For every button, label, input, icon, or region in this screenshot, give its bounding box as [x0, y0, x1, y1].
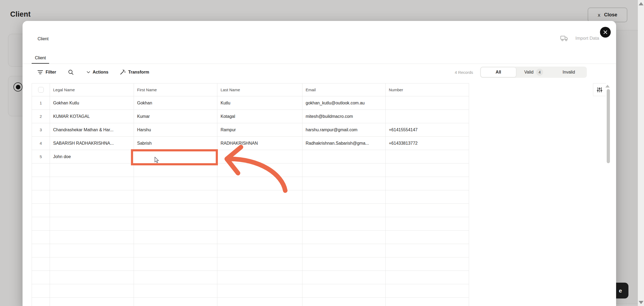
- column-header-last-name[interactable]: Last Name: [217, 83, 302, 96]
- column-header-number[interactable]: Number: [386, 83, 469, 96]
- select-all-checkbox[interactable]: [38, 87, 44, 93]
- table-cell[interactable]: [134, 204, 217, 217]
- table-cell[interactable]: [302, 244, 386, 257]
- actions-button[interactable]: Actions: [87, 70, 108, 75]
- table-cell[interactable]: Sabrish: [134, 137, 217, 150]
- table-cell[interactable]: mitesh@buildmacro.com: [302, 110, 386, 123]
- search-button[interactable]: [68, 69, 74, 75]
- radio-selected-icon[interactable]: [13, 82, 23, 92]
- segment-invalid[interactable]: Invalid: [551, 67, 586, 77]
- table-cell[interactable]: [134, 244, 217, 257]
- transform-button[interactable]: Transform: [120, 69, 149, 75]
- table-cell[interactable]: SABARISH RADHAKRISHNA...: [50, 137, 134, 150]
- table-cell[interactable]: [50, 271, 134, 284]
- table-cell[interactable]: [302, 190, 386, 204]
- table-cell[interactable]: KUMAR KOTAGAL: [50, 110, 134, 123]
- table-cell[interactable]: Kutlu: [217, 96, 302, 110]
- column-header-email[interactable]: Email: [302, 83, 386, 96]
- page-close-button[interactable]: x Close: [588, 8, 627, 22]
- table-cell[interactable]: [386, 284, 469, 298]
- table-cell[interactable]: [50, 177, 134, 190]
- table-cell[interactable]: [134, 257, 217, 271]
- table-cell[interactable]: [386, 163, 469, 177]
- table-cell[interactable]: [50, 204, 134, 217]
- tab-client[interactable]: Client: [32, 53, 49, 64]
- column-settings-button[interactable]: [593, 83, 606, 96]
- table-cell[interactable]: [302, 257, 386, 271]
- table-cell[interactable]: [302, 163, 386, 177]
- table-cell[interactable]: [302, 271, 386, 284]
- table-cell[interactable]: [217, 190, 302, 204]
- table-cell[interactable]: [386, 190, 469, 204]
- table-cell[interactable]: [50, 190, 134, 204]
- table-cell[interactable]: [134, 177, 217, 190]
- table-cell[interactable]: [386, 217, 469, 231]
- table-cell[interactable]: [217, 204, 302, 217]
- segment-valid[interactable]: Valid 4: [516, 67, 551, 77]
- table-cell[interactable]: Kumar: [134, 110, 217, 123]
- table-cell[interactable]: [217, 244, 302, 257]
- table-cell[interactable]: harshu.rampur@gmail.com: [302, 123, 386, 137]
- table-scrollbar-thumb[interactable]: [607, 89, 610, 163]
- table-cell[interactable]: Harshu: [134, 123, 217, 137]
- import-data-button[interactable]: Import Data: [575, 36, 599, 41]
- table-cell[interactable]: [217, 231, 302, 244]
- table-cell[interactable]: [302, 204, 386, 217]
- table-cell[interactable]: [302, 177, 386, 190]
- table-cell[interactable]: [386, 177, 469, 190]
- table-cell[interactable]: [50, 163, 134, 177]
- scroll-down-arrow-icon[interactable]: [639, 301, 643, 304]
- table-cell[interactable]: [386, 110, 469, 123]
- table-cell[interactable]: [134, 163, 217, 177]
- table-cell[interactable]: Gokhan Kutlu: [50, 96, 134, 110]
- table-cell[interactable]: [134, 271, 217, 284]
- table-cell[interactable]: [50, 298, 134, 306]
- table-cell[interactable]: [134, 231, 217, 244]
- table-cell[interactable]: [217, 257, 302, 271]
- table-cell[interactable]: [134, 217, 217, 231]
- column-header-first-name[interactable]: First Name: [134, 83, 217, 96]
- table-cell[interactable]: [217, 298, 302, 306]
- table-cell[interactable]: [386, 150, 469, 163]
- table-cell[interactable]: [386, 204, 469, 217]
- table-cell[interactable]: [134, 190, 217, 204]
- table-cell[interactable]: [217, 163, 302, 177]
- table-cell[interactable]: [50, 284, 134, 298]
- table-cell[interactable]: [217, 177, 302, 190]
- table-cell[interactable]: [50, 217, 134, 231]
- table-cell[interactable]: [217, 217, 302, 231]
- table-cell[interactable]: Kotagal: [217, 110, 302, 123]
- table-cell[interactable]: Chandrashekar Mathan & Har...: [50, 123, 134, 137]
- table-cell[interactable]: John doe: [50, 150, 134, 163]
- table-cell[interactable]: Radhakrishnan.Sabarish@gma...: [302, 137, 386, 150]
- table-cell[interactable]: +61433813772: [386, 137, 469, 150]
- filter-button[interactable]: Filter: [38, 70, 56, 75]
- table-cell[interactable]: [50, 244, 134, 257]
- segment-all[interactable]: All: [481, 67, 516, 77]
- table-cell[interactable]: [50, 231, 134, 244]
- table-cell[interactable]: [386, 257, 469, 271]
- table-cell[interactable]: [386, 271, 469, 284]
- table-cell[interactable]: [302, 231, 386, 244]
- table-cell[interactable]: +61415554147: [386, 123, 469, 137]
- table-cell[interactable]: [217, 150, 302, 163]
- table-cell[interactable]: [50, 257, 134, 271]
- scroll-up-arrow-icon[interactable]: [639, 2, 643, 5]
- table-cell[interactable]: [386, 96, 469, 110]
- table-cell[interactable]: [134, 298, 217, 306]
- table-cell[interactable]: [302, 150, 386, 163]
- table-cell[interactable]: Rampur: [217, 123, 302, 137]
- table-cell[interactable]: [386, 244, 469, 257]
- table-cell[interactable]: Gokhan: [134, 96, 217, 110]
- modal-close-button[interactable]: [600, 27, 611, 38]
- column-header-legal-name[interactable]: Legal Name: [50, 83, 134, 96]
- page-scrollbar[interactable]: [638, 0, 644, 306]
- table-cell[interactable]: [386, 298, 469, 306]
- table-cell[interactable]: [302, 284, 386, 298]
- table-cell[interactable]: [217, 284, 302, 298]
- table-cell[interactable]: [217, 271, 302, 284]
- table-scroll-up-icon[interactable]: [605, 85, 610, 88]
- table-cell[interactable]: RADHAKRISHNAN: [217, 137, 302, 150]
- table-cell[interactable]: gokhan_kutlu@outlook.com.au: [302, 96, 386, 110]
- table-cell[interactable]: [134, 284, 217, 298]
